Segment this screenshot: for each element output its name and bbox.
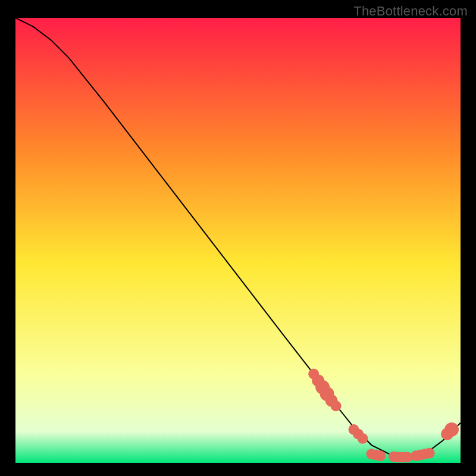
- plot-area: [15, 18, 461, 463]
- gradient-background: [15, 18, 461, 463]
- marker-point: [331, 400, 342, 411]
- marker-point: [357, 433, 368, 444]
- marker-point: [444, 422, 459, 437]
- chart-svg: [15, 18, 461, 463]
- marker-point: [424, 448, 435, 459]
- watermark-text: TheBottleneck.com: [353, 4, 468, 19]
- marker-point: [375, 450, 386, 461]
- chart-container: TheBottleneck.com: [0, 0, 476, 476]
